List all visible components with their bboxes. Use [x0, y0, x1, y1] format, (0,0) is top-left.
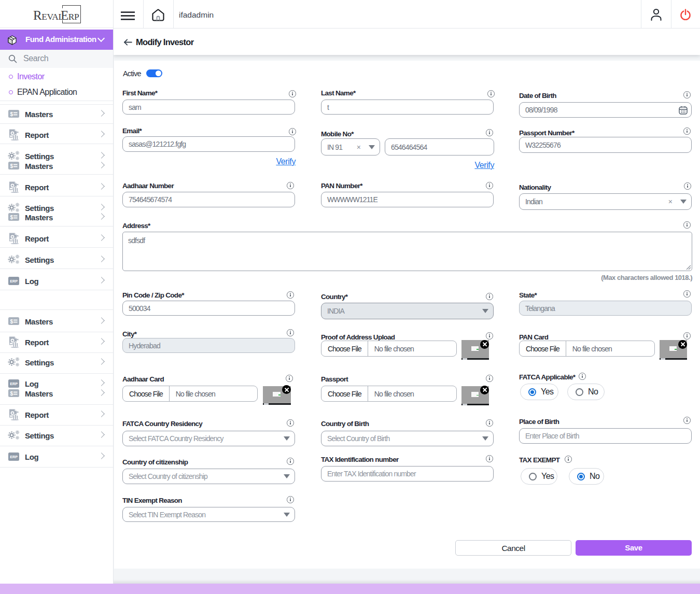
svg-text:ERP: ERP — [10, 382, 18, 387]
svg-text:ERP: ERP — [10, 455, 18, 459]
svg-text:$: $ — [10, 111, 13, 117]
svg-text:$: $ — [10, 318, 13, 324]
svg-text:$: $ — [10, 163, 13, 168]
svg-text:$: $ — [10, 215, 13, 220]
svg-text:ERP: ERP — [10, 279, 18, 284]
svg-text:$: $ — [10, 391, 13, 397]
